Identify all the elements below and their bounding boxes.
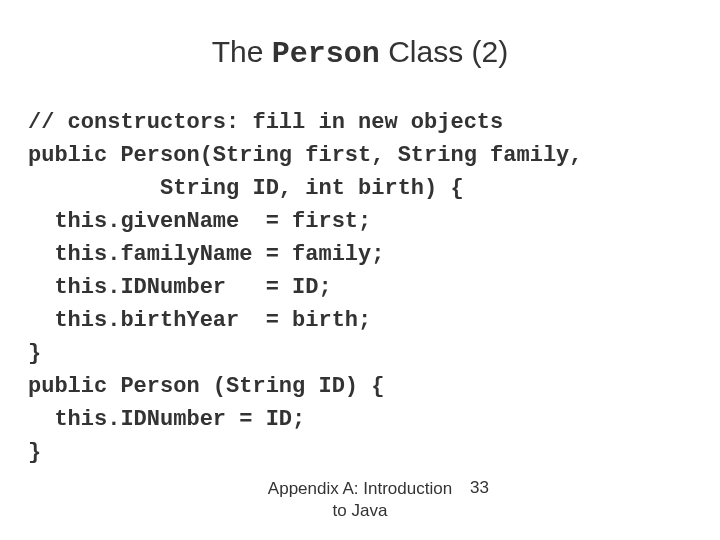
title-mono: Person xyxy=(272,37,380,71)
slide-footer: Appendix A: Introduction to Java 33 xyxy=(0,478,720,522)
code-block: // constructors: fill in new objects pub… xyxy=(0,106,720,469)
title-prefix: The xyxy=(212,35,272,68)
title-suffix: Class (2) xyxy=(380,35,508,68)
page-number: 33 xyxy=(470,478,489,498)
footer-text: Appendix A: Introduction to Java xyxy=(260,478,460,522)
slide-title: The Person Class (2) xyxy=(0,0,720,106)
